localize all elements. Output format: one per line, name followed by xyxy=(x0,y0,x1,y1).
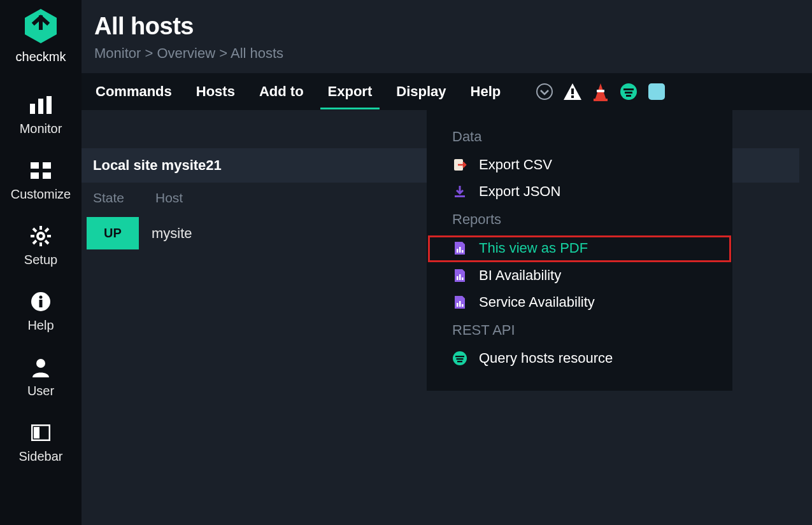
svg-rect-1 xyxy=(30,104,35,114)
svg-line-15 xyxy=(45,228,48,232)
checkmk-logo-icon xyxy=(24,8,58,47)
menu-export[interactable]: Export xyxy=(327,74,374,109)
svg-point-8 xyxy=(38,233,44,239)
svg-rect-7 xyxy=(43,172,51,179)
square-icon[interactable] xyxy=(647,82,666,101)
svg-rect-2 xyxy=(38,99,43,114)
sidebar-item-monitor[interactable]: Monitor xyxy=(0,83,82,149)
svg-rect-29 xyxy=(594,99,608,101)
grid-icon xyxy=(31,159,51,182)
traffic-cone-icon[interactable] xyxy=(591,82,610,101)
menu-hosts[interactable]: Hosts xyxy=(195,74,236,109)
svg-point-23 xyxy=(537,84,552,99)
dropdown-item-label: Service Availability xyxy=(479,294,595,311)
svg-rect-48 xyxy=(457,358,464,360)
svg-line-16 xyxy=(33,241,36,244)
info-icon xyxy=(31,290,51,313)
menu-display[interactable]: Display xyxy=(395,74,447,109)
svg-rect-5 xyxy=(43,162,51,169)
dropdown-section-restapi: REST API xyxy=(427,317,732,346)
page-header: All hosts Monitor > Overview > All hosts xyxy=(82,13,812,71)
dropdown-service-availability[interactable]: Service Availability xyxy=(427,290,732,317)
svg-rect-3 xyxy=(46,96,52,114)
svg-rect-47 xyxy=(455,356,464,357)
export-dropdown: Data Export CSV Export JSON Reports This… xyxy=(427,109,732,391)
svg-rect-42 xyxy=(462,277,464,280)
sidebar-item-customize[interactable]: Customize xyxy=(0,149,82,214)
svg-rect-49 xyxy=(457,361,462,362)
menu-icon-bar xyxy=(535,82,666,101)
menu-commands[interactable]: Commands xyxy=(94,74,173,109)
gear-icon xyxy=(31,225,51,248)
dropdown-export-csv[interactable]: Export CSV xyxy=(427,153,732,179)
svg-rect-6 xyxy=(31,172,39,179)
svg-line-14 xyxy=(45,241,48,244)
dropdown-bi-availability[interactable]: BI Availability xyxy=(427,263,732,290)
svg-rect-34 xyxy=(648,83,665,100)
svg-point-20 xyxy=(36,359,45,368)
dropdown-item-label: Query hosts resource xyxy=(479,350,613,367)
svg-rect-43 xyxy=(457,303,459,307)
report-icon xyxy=(452,268,467,283)
svg-rect-28 xyxy=(597,90,604,92)
sidebar-item-label: Setup xyxy=(24,253,57,267)
svg-rect-37 xyxy=(457,249,459,253)
svg-rect-26 xyxy=(571,95,574,98)
svg-rect-41 xyxy=(459,274,461,280)
svg-point-18 xyxy=(39,296,43,299)
svg-rect-31 xyxy=(623,88,634,90)
dropdown-export-json[interactable]: Export JSON xyxy=(427,179,732,206)
dropdown-item-label: Export CSV xyxy=(479,157,552,173)
svg-rect-36 xyxy=(455,195,465,197)
dropdown-item-label: Export JSON xyxy=(479,183,560,200)
svg-rect-33 xyxy=(626,95,631,97)
svg-rect-45 xyxy=(462,304,464,307)
main-content: All hosts Monitor > Overview > All hosts… xyxy=(82,0,812,525)
state-badge: UP xyxy=(87,217,139,249)
sidebar-item-label: Customize xyxy=(11,187,71,202)
page-title: All hosts xyxy=(94,13,799,40)
svg-rect-44 xyxy=(459,301,461,307)
report-icon xyxy=(452,241,467,256)
sidebar-item-label: Monitor xyxy=(20,122,62,136)
breadcrumb[interactable]: Monitor > Overview > All hosts xyxy=(94,45,799,62)
sidebar-item-label: Sidebar xyxy=(19,449,63,464)
sidebar-item-sidebar[interactable]: Sidebar xyxy=(0,411,82,477)
chevron-down-circle-icon[interactable] xyxy=(535,82,554,101)
sidebar-item-help[interactable]: Help xyxy=(0,280,82,346)
sidebar-item-setup[interactable]: Setup xyxy=(0,214,82,280)
menu-add-to[interactable]: Add to xyxy=(258,74,305,109)
brand-name: checkmk xyxy=(16,50,66,64)
dropdown-this-view-pdf[interactable]: This view as PDF xyxy=(428,235,731,262)
svg-rect-38 xyxy=(459,247,461,253)
menu-help[interactable]: Help xyxy=(469,74,502,109)
svg-line-13 xyxy=(33,228,36,232)
dropdown-item-label: This view as PDF xyxy=(479,240,588,256)
svg-rect-22 xyxy=(34,427,39,438)
host-cell[interactable]: mysite xyxy=(139,225,192,242)
dropdown-item-label: BI Availability xyxy=(479,267,561,284)
brand-block: checkmk xyxy=(16,8,66,64)
svg-rect-19 xyxy=(39,300,43,307)
sidebar-item-label: Help xyxy=(27,318,53,333)
sidebar-item-user[interactable]: User xyxy=(0,346,82,411)
bars-icon xyxy=(30,94,52,116)
dropdown-section-data: Data xyxy=(427,123,732,153)
svg-rect-40 xyxy=(457,276,459,280)
svg-rect-4 xyxy=(31,162,39,169)
svg-rect-32 xyxy=(625,92,632,94)
warning-triangle-icon[interactable] xyxy=(563,82,582,101)
menu-bar: Commands Hosts Add to Export Display Hel… xyxy=(82,73,812,110)
dropdown-section-reports: Reports xyxy=(427,206,732,235)
filter-lines-icon[interactable] xyxy=(619,82,638,101)
col-state-header[interactable]: State xyxy=(93,190,155,206)
app-sidebar: checkmk Monitor Customize Setup Help Use… xyxy=(0,0,82,525)
user-icon xyxy=(31,356,51,379)
panel-icon xyxy=(31,421,50,444)
svg-rect-25 xyxy=(571,88,574,94)
report-icon xyxy=(452,295,467,310)
download-icon xyxy=(452,184,467,199)
dropdown-query-hosts[interactable]: Query hosts resource xyxy=(427,346,732,373)
sidebar-item-label: User xyxy=(27,384,54,398)
svg-rect-39 xyxy=(462,250,464,253)
